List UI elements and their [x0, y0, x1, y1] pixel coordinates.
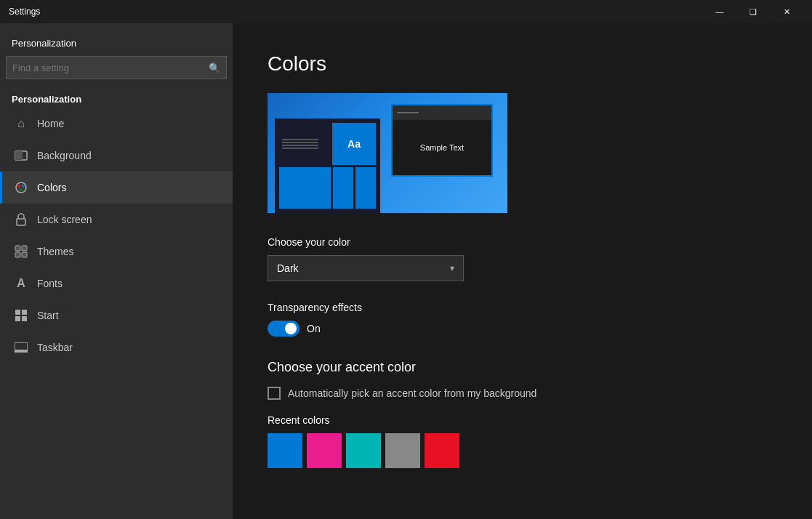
sidebar-item-label: Lock screen [37, 214, 92, 225]
app-title: Settings [9, 7, 703, 17]
auto-pick-checkbox[interactable] [268, 387, 281, 400]
lock-icon [14, 212, 28, 227]
sidebar-item-start[interactable]: Start [0, 299, 233, 331]
home-icon: ⌂ [14, 116, 28, 131]
fonts-icon: A [14, 276, 28, 291]
preview-text-tile [279, 123, 330, 165]
sidebar-item-lockscreen[interactable]: Lock screen [0, 204, 233, 236]
sidebar: Personalization 🔍 Personalization ⌂ Home… [0, 23, 233, 519]
preview-sample-text: Sample Text [420, 143, 464, 152]
svg-rect-7 [15, 246, 20, 251]
color-swatch-4[interactable] [425, 433, 459, 468]
sidebar-item-label: Themes [37, 246, 74, 257]
preview-aa-tile: Aa [332, 123, 376, 165]
color-swatch-0[interactable] [268, 433, 302, 468]
color-swatch-1[interactable] [307, 433, 342, 468]
page-title: Colors [268, 52, 777, 76]
toggle-knob [285, 323, 297, 334]
sidebar-item-label: Fonts [37, 278, 63, 289]
preview-tiles: Aa [275, 118, 380, 213]
title-bar: Settings — ❑ ✕ [0, 0, 812, 23]
auto-pick-label: Automatically pick an accent color from … [288, 387, 536, 399]
sidebar-item-colors[interactable]: Colors [0, 172, 233, 204]
svg-rect-12 [22, 310, 27, 315]
search-input[interactable] [7, 63, 203, 73]
preview-aa-text: Aa [347, 138, 361, 150]
preview-blue-tile-2 [333, 167, 353, 209]
color-preview: Aa Sample Text [268, 93, 507, 213]
recent-colors-label: Recent colors [268, 414, 777, 426]
preview-window-bar [393, 105, 491, 120]
preview-line-3 [282, 145, 318, 146]
preview-blue-tile-3 [355, 167, 376, 209]
sidebar-item-background[interactable]: Background [0, 140, 233, 172]
sidebar-item-label: Taskbar [37, 342, 73, 353]
svg-rect-1 [15, 151, 23, 160]
svg-rect-15 [15, 342, 28, 350]
sidebar-item-label: Colors [37, 182, 66, 193]
transparency-toggle[interactable] [268, 321, 300, 337]
svg-point-3 [17, 185, 20, 188]
preview-row-2 [279, 167, 376, 209]
transparency-label: Transparency effects [268, 302, 777, 313]
svg-rect-14 [22, 316, 27, 321]
sidebar-section-label: Personalization [0, 23, 233, 56]
personalization-label: Personalization [0, 85, 233, 108]
themes-icon [14, 244, 28, 259]
svg-point-4 [22, 185, 25, 188]
maximize-button[interactable]: ❑ [736, 0, 770, 23]
recent-colors-section: Recent colors [268, 414, 777, 468]
svg-rect-11 [15, 310, 20, 315]
preview-window: Sample Text [391, 104, 493, 177]
sidebar-item-label: Background [37, 150, 92, 161]
app-body: Personalization 🔍 Personalization ⌂ Home… [0, 23, 812, 519]
preview-line-4 [282, 148, 318, 149]
svg-rect-8 [22, 246, 27, 251]
sidebar-item-fonts[interactable]: A Fonts [0, 267, 233, 299]
auto-pick-row: Automatically pick an accent color from … [268, 387, 777, 400]
sidebar-item-label: Start [37, 310, 59, 321]
close-button[interactable]: ✕ [770, 0, 803, 23]
accent-section: Choose your accent color Automatically p… [268, 360, 777, 400]
minimize-button[interactable]: — [703, 0, 736, 23]
color-dropdown[interactable]: Dark ▾ [268, 255, 464, 281]
svg-rect-10 [22, 252, 27, 257]
preview-row-1: Aa [279, 123, 376, 165]
toggle-row: On [268, 321, 777, 337]
preview-line-1 [282, 139, 318, 140]
colors-icon [14, 180, 28, 195]
color-choice-label: Choose your color [268, 236, 777, 248]
color-swatches [268, 433, 777, 468]
dropdown-value: Dark [277, 262, 299, 274]
color-swatch-2[interactable] [346, 433, 381, 468]
window-controls: — ❑ ✕ [703, 0, 803, 23]
preview-blue-tile-1 [279, 167, 331, 209]
preview-window-body: Sample Text [393, 120, 491, 175]
svg-point-5 [20, 188, 23, 191]
preview-bar-line [397, 112, 419, 113]
chevron-down-icon: ▾ [450, 263, 454, 273]
svg-rect-6 [17, 219, 25, 225]
sidebar-item-taskbar[interactable]: Taskbar [0, 331, 233, 363]
svg-rect-16 [15, 350, 28, 353]
sidebar-item-themes[interactable]: Themes [0, 236, 233, 267]
svg-rect-9 [15, 252, 20, 257]
accent-section-title: Choose your accent color [268, 360, 777, 375]
sidebar-item-label: Home [37, 118, 64, 129]
background-icon [14, 148, 28, 163]
sidebar-item-home[interactable]: ⌂ Home [0, 108, 233, 140]
color-choice-container: Choose your color Dark ▾ [268, 236, 777, 281]
main-content: Colors Aa [233, 23, 812, 519]
color-swatch-3[interactable] [385, 433, 420, 468]
svg-rect-13 [15, 316, 20, 321]
transparency-section: Transparency effects On [268, 302, 777, 337]
taskbar-icon [14, 340, 28, 355]
toggle-state-label: On [307, 323, 321, 334]
preview-line-2 [282, 142, 318, 143]
start-icon [14, 308, 28, 323]
search-icon[interactable]: 🔍 [203, 56, 226, 79]
search-box[interactable]: 🔍 [6, 56, 227, 79]
